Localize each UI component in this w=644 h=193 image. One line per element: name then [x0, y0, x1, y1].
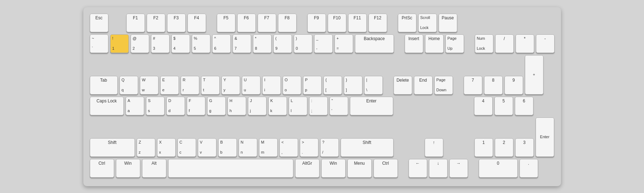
key-3[interactable]: #3: [151, 34, 170, 53]
key-e[interactable]: Ee: [160, 76, 179, 95]
key-win-left[interactable]: Win: [116, 159, 140, 178]
key-4[interactable]: $4: [171, 34, 190, 53]
key-0[interactable]: )0: [294, 34, 312, 53]
key-end[interactable]: End: [414, 76, 433, 95]
key-b[interactable]: Bb: [218, 138, 237, 157]
key-f1[interactable]: F1: [126, 14, 145, 32]
key-f11[interactable]: F11: [348, 14, 367, 32]
key-7[interactable]: &7: [233, 34, 251, 53]
key-numpad-star[interactable]: *: [516, 34, 534, 53]
key-insert[interactable]: Insert: [405, 34, 423, 53]
key-f9[interactable]: F9: [307, 14, 326, 32]
key-ctrl-right[interactable]: Ctrl: [374, 159, 398, 178]
key-pagedown[interactable]: PageDown: [434, 76, 453, 95]
key-t[interactable]: Tt: [201, 76, 220, 95]
key-home[interactable]: Home: [425, 34, 444, 53]
key-numpad-minus[interactable]: -: [536, 34, 555, 53]
key-equals[interactable]: +=: [335, 34, 353, 53]
key-numpad-4[interactable]: 4: [474, 97, 493, 115]
key-g[interactable]: Gg: [207, 97, 226, 115]
key-rbracket[interactable]: }]: [344, 76, 362, 95]
key-z[interactable]: Zz: [137, 138, 155, 157]
key-o[interactable]: Oo: [283, 76, 301, 95]
key-pause[interactable]: Pause: [439, 14, 457, 32]
key-c[interactable]: Cc: [177, 138, 196, 157]
key-esc[interactable]: Esc: [90, 14, 108, 32]
key-altgr[interactable]: AltGr: [295, 159, 319, 178]
key-f5[interactable]: F5: [217, 14, 235, 32]
key-numpad-5[interactable]: 5: [494, 97, 513, 115]
key-prtsc[interactable]: PrtSc: [398, 14, 416, 32]
key-f8[interactable]: F8: [278, 14, 297, 32]
key-pageup[interactable]: PageUp: [445, 34, 464, 53]
key-arrow-left[interactable]: ←: [409, 159, 427, 178]
key-f6[interactable]: F6: [237, 14, 256, 32]
key-l[interactable]: Ll: [289, 97, 307, 115]
key-menu[interactable]: Menu: [347, 159, 372, 178]
key-f3[interactable]: F3: [167, 14, 186, 32]
key-delete[interactable]: Delete: [394, 76, 412, 95]
key-k[interactable]: Kk: [268, 97, 287, 115]
key-period[interactable]: >.: [300, 138, 318, 157]
key-2[interactable]: @2: [131, 34, 149, 53]
key-backspace[interactable]: Backspace: [355, 34, 394, 53]
key-minus[interactable]: _-: [314, 34, 333, 53]
key-x[interactable]: Xx: [157, 138, 176, 157]
key-space[interactable]: [168, 159, 293, 178]
key-backslash[interactable]: |\: [364, 76, 383, 95]
key-numpad-slash[interactable]: /: [495, 34, 514, 53]
key-numpad-plus[interactable]: +: [525, 55, 543, 95]
key-r[interactable]: Rr: [181, 76, 199, 95]
key-w[interactable]: Ww: [140, 76, 158, 95]
key-numpad-1[interactable]: 1: [474, 138, 493, 157]
key-f2[interactable]: F2: [147, 14, 165, 32]
key-numpad-dot[interactable]: .: [519, 159, 538, 178]
key-y[interactable]: Yy: [221, 76, 240, 95]
key-arrow-up[interactable]: ↑: [425, 138, 443, 157]
key-f4[interactable]: F4: [187, 14, 206, 32]
key-arrow-down[interactable]: ↓: [429, 159, 448, 178]
key-6[interactable]: ^6: [212, 34, 231, 53]
key-i[interactable]: Ii: [262, 76, 281, 95]
key-capslock[interactable]: Caps Lock: [90, 97, 124, 115]
key-numpad-2[interactable]: 2: [495, 138, 513, 157]
key-v[interactable]: Vv: [198, 138, 216, 157]
key-shift-left[interactable]: Shift: [90, 138, 135, 157]
key-lbracket[interactable]: {[: [323, 76, 342, 95]
key-slash[interactable]: ?/: [320, 138, 339, 157]
key-scrolllock[interactable]: ScrollLock: [418, 14, 437, 32]
key-enter[interactable]: Enter: [350, 97, 393, 115]
key-9[interactable]: (9: [273, 34, 292, 53]
key-alt[interactable]: Alt: [142, 159, 166, 178]
key-s[interactable]: Ss: [146, 97, 165, 115]
key-f[interactable]: Ff: [187, 97, 205, 115]
key-ctrl-left[interactable]: Ctrl: [90, 159, 114, 178]
key-numpad-9[interactable]: 9: [504, 76, 523, 95]
key-quote[interactable]: "': [330, 97, 348, 115]
key-f12[interactable]: F12: [369, 14, 387, 32]
key-8[interactable]: *8: [253, 34, 272, 53]
key-m[interactable]: Mm: [259, 138, 278, 157]
key-5[interactable]: %5: [192, 34, 210, 53]
key-d[interactable]: Dd: [166, 97, 185, 115]
key-numpad-0[interactable]: 0: [479, 159, 518, 178]
key-numpad-3[interactable]: 3: [515, 138, 534, 157]
key-p[interactable]: Pp: [303, 76, 322, 95]
key-win-right[interactable]: Win: [321, 159, 346, 178]
key-numlock[interactable]: NumLock: [475, 34, 493, 53]
key-j[interactable]: Jj: [248, 97, 267, 115]
key-u[interactable]: Uu: [242, 76, 260, 95]
key-shift-right[interactable]: Shift: [341, 138, 394, 157]
key-semicolon[interactable]: :;: [309, 97, 328, 115]
key-f7[interactable]: F7: [258, 14, 276, 32]
key-h[interactable]: Hh: [228, 97, 246, 115]
key-a[interactable]: Aa: [126, 97, 144, 115]
key-n[interactable]: Nn: [239, 138, 257, 157]
key-tab[interactable]: Tab: [90, 76, 118, 95]
key-tilde[interactable]: ~`: [90, 34, 108, 53]
key-numpad-enter[interactable]: Enter: [536, 117, 554, 157]
key-q[interactable]: Qq: [119, 76, 138, 95]
key-numpad-8[interactable]: 8: [484, 76, 503, 95]
key-f10[interactable]: F10: [328, 14, 346, 32]
key-arrow-right[interactable]: →: [449, 159, 468, 178]
